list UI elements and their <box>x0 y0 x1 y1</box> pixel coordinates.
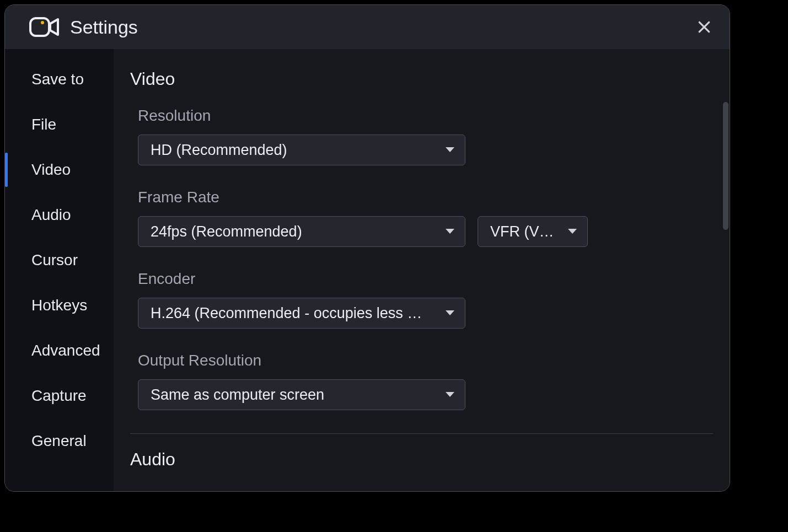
frame-rate-select[interactable]: 24fps (Recommended) <box>138 216 465 247</box>
section-divider <box>130 433 713 434</box>
field-output-resolution: Output Resolution Same as computer scree… <box>138 352 713 410</box>
chevron-down-icon <box>445 391 455 398</box>
sidebar-item-label: Video <box>31 161 71 179</box>
sidebar-item-label: Save to <box>31 71 84 88</box>
app-icon <box>29 16 60 38</box>
select-value: VFR (V… <box>490 223 561 240</box>
close-button[interactable] <box>694 17 714 37</box>
sidebar-item-label: Cursor <box>31 251 78 269</box>
sidebar-item-hotkeys[interactable]: Hotkeys <box>5 283 114 328</box>
chevron-down-icon <box>445 310 455 316</box>
settings-dialog: Settings Save to File Video Audio Cursor… <box>4 4 730 492</box>
select-value: H.264 (Recommended - occupies less … <box>151 305 438 322</box>
field-resolution: Resolution HD (Recommended) <box>138 107 713 165</box>
section-title-video: Video <box>130 69 713 89</box>
content-pane: Video Resolution HD (Recommended) Frame … <box>114 49 730 491</box>
close-icon <box>697 20 711 34</box>
sidebar-item-advanced[interactable]: Advanced <box>5 328 114 373</box>
output-resolution-select[interactable]: Same as computer screen <box>138 379 465 410</box>
select-value: Same as computer screen <box>151 386 438 404</box>
sidebar-item-label: File <box>31 116 56 133</box>
scrollbar-thumb[interactable] <box>723 102 728 230</box>
sidebar-item-file[interactable]: File <box>5 102 114 147</box>
frame-rate-mode-select[interactable]: VFR (V… <box>478 216 588 247</box>
titlebar: Settings <box>5 5 730 49</box>
sidebar-item-audio[interactable]: Audio <box>5 192 114 238</box>
encoder-select[interactable]: H.264 (Recommended - occupies less … <box>138 298 465 329</box>
sidebar-item-video[interactable]: Video <box>5 147 114 192</box>
sidebar: Save to File Video Audio Cursor Hotkeys … <box>5 49 114 491</box>
sidebar-item-label: General <box>31 432 87 450</box>
section-title-audio: Audio <box>130 449 713 470</box>
sidebar-item-cursor[interactable]: Cursor <box>5 238 114 283</box>
field-label: Output Resolution <box>138 352 713 369</box>
select-value: HD (Recommended) <box>151 142 438 159</box>
select-value: 24fps (Recommended) <box>151 223 438 240</box>
resolution-select[interactable]: HD (Recommended) <box>138 135 465 165</box>
dialog-title: Settings <box>70 17 694 38</box>
field-frame-rate: Frame Rate 24fps (Recommended) VFR (V… <box>138 189 713 247</box>
chevron-down-icon <box>445 228 455 235</box>
sidebar-item-capture[interactable]: Capture <box>5 373 114 418</box>
field-encoder: Encoder H.264 (Recommended - occupies le… <box>138 270 713 329</box>
chevron-down-icon <box>567 228 577 235</box>
sidebar-item-save-to[interactable]: Save to <box>5 57 114 102</box>
svg-point-1 <box>41 21 44 24</box>
field-label: Resolution <box>138 107 713 125</box>
field-label: Encoder <box>138 270 713 288</box>
dialog-body: Save to File Video Audio Cursor Hotkeys … <box>5 49 730 491</box>
sidebar-item-general[interactable]: General <box>5 418 114 464</box>
sidebar-item-label: Advanced <box>31 342 100 359</box>
svg-rect-0 <box>30 18 49 36</box>
sidebar-item-label: Audio <box>31 206 71 224</box>
field-label: Frame Rate <box>138 189 713 206</box>
sidebar-item-label: Hotkeys <box>31 297 87 314</box>
sidebar-item-label: Capture <box>31 387 87 405</box>
chevron-down-icon <box>445 147 455 153</box>
